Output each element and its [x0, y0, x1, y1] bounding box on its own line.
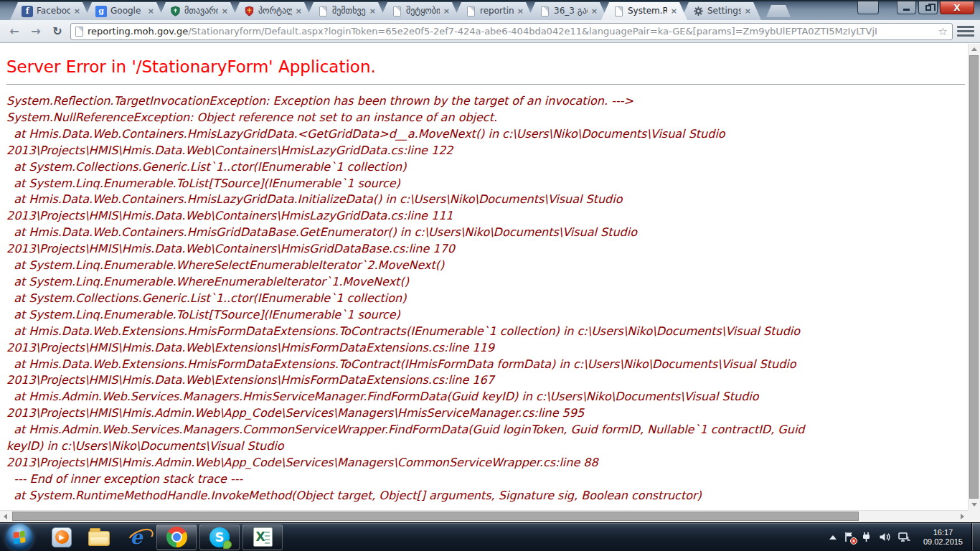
taskbar-item-media-player[interactable]: ▶	[43, 524, 80, 551]
tab-title: Facebook	[37, 2, 70, 20]
tab-close-icon[interactable]: ×	[517, 7, 524, 15]
horizontal-scroll-thumb[interactable]	[12, 512, 859, 521]
tab-reporting[interactable]: reporting.m ×	[453, 2, 534, 20]
bookmark-star-icon[interactable]: ☆	[938, 24, 948, 39]
clock-time: 16:17	[923, 528, 963, 537]
stack-trace-line: at System.Linq.Enumerable.ToList[TSource…	[6, 307, 968, 324]
facebook-icon: f	[22, 6, 33, 17]
tab-title: მთავარი	[184, 2, 218, 20]
vertical-scrollbar[interactable]	[968, 44, 980, 510]
tab-shetkobin[interactable]: შეტყობინ ×	[380, 2, 460, 20]
taskbar-item-excel[interactable]: X	[242, 524, 283, 550]
close-window-button[interactable]: X	[940, 1, 974, 14]
tab-shemtkhvevi[interactable]: შემთხვევი ×	[306, 2, 386, 20]
chrome-menu-button[interactable]	[957, 24, 974, 39]
clock-date: 09.02.2015	[923, 537, 963, 547]
horizontal-scrollbar[interactable]	[0, 510, 968, 522]
show-desktop-button[interactable]	[971, 523, 980, 551]
scroll-left-arrow[interactable]	[0, 511, 11, 522]
stack-trace-line: at System.Collections.Generic.List`1..ct…	[6, 159, 968, 176]
start-button[interactable]	[6, 524, 33, 551]
internet-explorer-icon: e	[130, 527, 142, 547]
blank-page-icon	[317, 6, 329, 17]
tab-close-icon[interactable]: ×	[671, 7, 677, 15]
stack-trace-line: at System.Linq.Enumerable.WhereEnumerabl…	[6, 274, 968, 291]
tab-portali[interactable]: პორტალი ×	[232, 2, 312, 20]
power-plug-icon[interactable]	[861, 532, 872, 542]
tab-google[interactable]: g Google ×	[84, 2, 164, 20]
green-shield-icon	[169, 6, 181, 17]
scroll-right-arrow[interactable]	[957, 511, 968, 522]
browser-toolbar: ← → ↻ reporting.moh.gov.ge/Stationaryfor…	[0, 20, 980, 43]
stack-trace-line: keyID) in c:\Users\Niko\Documents\Visual…	[6, 438, 968, 455]
address-bar[interactable]: reporting.moh.gov.ge/Stationaryform/Defa…	[70, 23, 953, 40]
reload-button[interactable]: ↻	[49, 23, 66, 40]
restore-icon	[925, 5, 931, 11]
tab-settings[interactable]: Settings ×	[681, 2, 761, 20]
new-tab-button[interactable]	[766, 5, 791, 17]
tab-close-icon[interactable]: ×	[591, 7, 598, 15]
stack-trace-line: at System.Linq.Enumerable.WhereSelectEnu…	[6, 258, 968, 274]
tab-close-icon[interactable]: ×	[369, 7, 376, 15]
tab-mtavari[interactable]: მთავარი ×	[158, 2, 238, 20]
url-text: reporting.moh.gov.ge/Stationaryform/Defa…	[88, 24, 934, 39]
back-button[interactable]: ←	[6, 23, 23, 40]
tab-close-icon[interactable]: ×	[296, 7, 302, 15]
taskbar-item-file-explorer[interactable]	[80, 524, 118, 551]
error-badge: x	[850, 537, 857, 545]
volume-icon[interactable]	[879, 532, 891, 542]
tab-close-icon[interactable]: ×	[148, 7, 154, 15]
stack-trace-line: at Hmis.Data.Web.Containers.HmisLazyGrid…	[6, 126, 968, 143]
scrollbar-corner	[968, 510, 980, 522]
stack-trace-line: at Hmis.Data.Web.Extensions.HmisFormData…	[6, 357, 968, 373]
windows-taskbar: ▶ e S X x 16:17 09.02.2015	[0, 522, 980, 551]
taskbar-item-skype[interactable]: S	[199, 524, 240, 550]
stack-trace-line: System.NullReferenceException: Object re…	[6, 110, 968, 126]
network-icon[interactable]	[898, 532, 910, 542]
taskbar-item-internet-explorer[interactable]: e	[118, 524, 155, 551]
tab-close-icon[interactable]: ×	[443, 7, 450, 15]
blank-page-icon	[613, 6, 624, 17]
system-tray: x 16:17 09.02.2015	[829, 528, 971, 547]
tab-title: System.Refl	[628, 2, 667, 20]
tab-title: Google	[110, 2, 144, 20]
profile-button[interactable]	[857, 1, 879, 14]
blank-page-icon	[539, 6, 550, 17]
stack-trace-line: at Hmis.Admin.Web.Services.Managers.Comm…	[6, 422, 968, 438]
web-page-content: Server Error in '/StationaryForm' Applic…	[0, 44, 968, 510]
stack-trace-line: System.Reflection.TargetInvocationExcept…	[6, 93, 968, 110]
tab-close-icon[interactable]: ×	[745, 7, 751, 15]
hidden-icons-arrow[interactable]	[829, 535, 837, 540]
restore-button[interactable]	[918, 1, 938, 14]
stack-trace-line: 2013\Projects\HMIS\Hmis.Data.Web\Extensi…	[6, 340, 968, 357]
tab-title: შეტყობინ	[406, 2, 440, 20]
tab-facebook[interactable]: f Facebook ×	[10, 2, 90, 20]
tab-title: 36_3 გადაუ	[554, 2, 588, 20]
stack-trace: System.Reflection.TargetInvocationExcept…	[6, 93, 968, 504]
scroll-up-arrow[interactable]	[969, 44, 980, 55]
stack-trace-line: at System.Collections.Generic.List`1..ct…	[6, 291, 968, 307]
url-path: /Stationaryform/Default.aspx?loginToken=…	[188, 26, 877, 37]
excel-icon: X	[253, 527, 273, 547]
forward-button[interactable]: →	[27, 23, 44, 40]
tab-36-3[interactable]: 36_3 გადაუ ×	[527, 2, 608, 20]
server-error-heading: Server Error in '/StationaryForm' Applic…	[6, 57, 968, 76]
stack-trace-line: 2013\Projects\HMIS\Hmis.Admin.Web\App_Co…	[6, 405, 968, 422]
vertical-scroll-thumb[interactable]	[969, 55, 979, 499]
tab-close-icon[interactable]: ×	[222, 7, 228, 15]
minimize-button[interactable]	[897, 1, 916, 14]
hamburger-icon	[957, 26, 974, 28]
stack-trace-line: at System.RuntimeMethodHandle.InvokeMeth…	[6, 488, 968, 504]
heading-divider	[6, 84, 965, 85]
close-icon: X	[953, 4, 960, 12]
blank-page-icon	[465, 6, 476, 17]
scroll-down-arrow[interactable]	[969, 499, 980, 510]
tab-system-reflection-active[interactable]: System.Refl ×	[601, 2, 687, 20]
action-center-flag-icon[interactable]: x	[844, 532, 854, 542]
windows-logo-icon	[14, 530, 26, 544]
tab-close-icon[interactable]: ×	[74, 7, 80, 15]
taskbar-item-chrome-active[interactable]	[156, 524, 197, 550]
minimize-icon	[903, 9, 910, 11]
georgia-emblem-icon	[243, 6, 255, 17]
taskbar-clock[interactable]: 16:17 09.02.2015	[923, 528, 963, 547]
